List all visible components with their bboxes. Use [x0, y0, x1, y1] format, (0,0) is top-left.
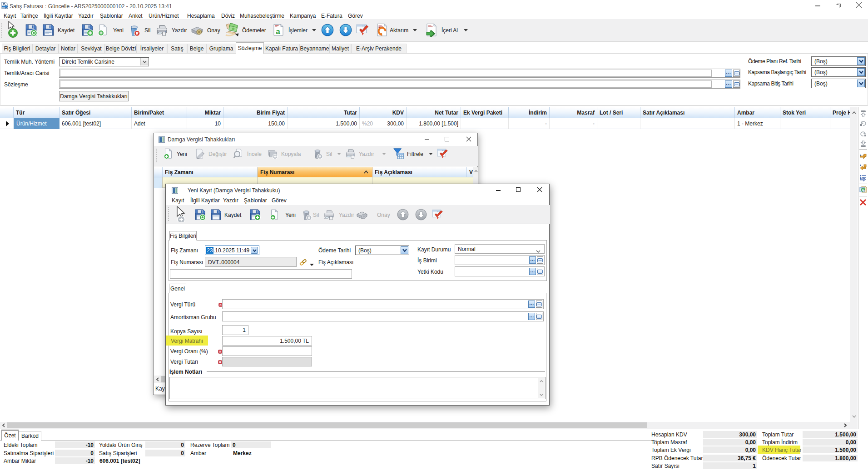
- svg-text:a: a: [276, 27, 280, 36]
